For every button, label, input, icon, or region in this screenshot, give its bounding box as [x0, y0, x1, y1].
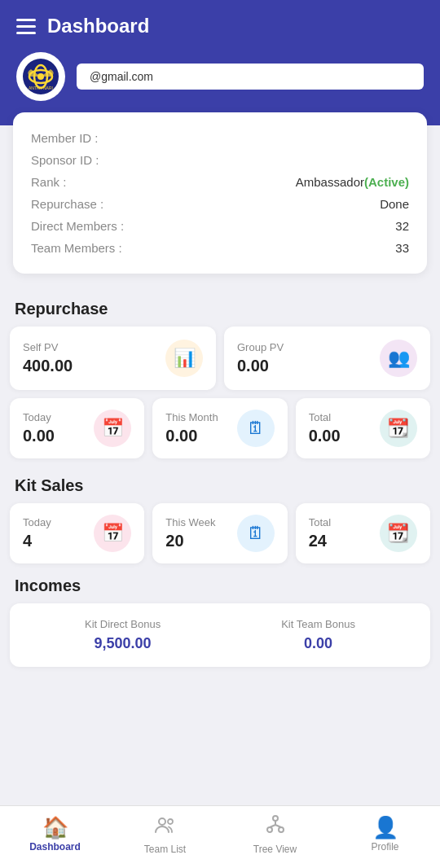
direct-members-row: Direct Members : 32 [31, 215, 409, 237]
kit-team-bonus-item: Kit Team Bonus 0.00 [281, 618, 355, 652]
repurchase-total-value: 0.00 [309, 427, 341, 445]
avatar: ANTAR NARI [16, 52, 65, 101]
rank-value: Ambassador(Active) [296, 175, 409, 189]
info-card: Member ID : Sponsor ID : Rank : Ambassad… [13, 112, 427, 274]
kit-today-value: 4 [23, 532, 51, 550]
svg-point-7 [273, 816, 278, 821]
kit-total-value: 24 [309, 532, 331, 550]
repurchase-row: Repurchase : Done [31, 193, 409, 215]
repurchase-today-label: Today [23, 411, 55, 423]
repurchase-today-card: Today 0.00 📅 [10, 398, 144, 458]
nav-dashboard-label: Dashboard [29, 841, 81, 853]
calendar-today-icon: 📅 [94, 410, 131, 447]
kit-total-card: Total 24 📆 [296, 503, 430, 563]
group-pv-card: Group PV 0.00 👥 [224, 327, 430, 390]
calendar-total-icon: 📆 [380, 410, 417, 447]
kit-week-icon: 🗓 [237, 515, 275, 552]
kit-week-card: This Week 20 🗓 [152, 503, 287, 563]
svg-line-11 [270, 825, 275, 827]
rank-row: Rank : Ambassador(Active) [31, 171, 409, 193]
direct-members-label: Direct Members : [31, 219, 124, 233]
group-pv-label: Group PV [237, 341, 284, 353]
kit-today-card: Today 4 📅 [10, 503, 144, 563]
svg-point-5 [159, 818, 165, 825]
repurchase-section: Self PV 400.00 📊 Group PV 0.00 👥 Today 0… [0, 327, 440, 458]
nav-dashboard[interactable]: 🏠 Dashboard [0, 817, 110, 853]
hamburger-menu[interactable] [16, 19, 36, 34]
self-pv-label: Self PV [23, 341, 73, 353]
sponsor-id-label: Sponsor ID : [31, 153, 99, 167]
kit-direct-bonus-label: Kit Direct Bonus [85, 618, 161, 630]
nav-tree-view-label: Tree View [253, 844, 297, 855]
kit-total-icon: 📆 [380, 515, 417, 552]
repurchase-month-label: This Month [165, 411, 218, 423]
chart-bar-icon: 📊 [165, 340, 203, 377]
repurchase-section-title: Repurchase [0, 287, 440, 327]
svg-point-9 [279, 827, 284, 832]
profile-icon: 👤 [372, 817, 398, 838]
team-members-row: Team Members : 33 [31, 237, 409, 259]
direct-members-value: 32 [395, 219, 409, 233]
repurchase-label: Repurchase : [31, 197, 103, 211]
kit-direct-bonus-value: 9,500.00 [85, 635, 161, 652]
nav-profile-label: Profile [371, 841, 398, 853]
svg-line-12 [275, 825, 281, 827]
bottom-nav: 🏠 Dashboard Team List Tree View [0, 805, 440, 868]
repurchase-total-label: Total [309, 411, 341, 423]
home-icon: 🏠 [42, 817, 68, 838]
header: Dashboard ANTAR NARI @gmail.com [0, 0, 440, 125]
sponsor-id-row: Sponsor ID : [31, 149, 409, 171]
repurchase-month-card: This Month 0.00 🗓 [152, 398, 287, 458]
group-icon: 👥 [380, 340, 417, 377]
svg-point-8 [267, 827, 272, 832]
kit-today-icon: 📅 [94, 515, 131, 552]
group-pv-value: 0.00 [237, 357, 284, 375]
user-row: ANTAR NARI @gmail.com [16, 52, 424, 101]
incomes-section-title: Incomes [0, 563, 440, 603]
member-id-label: Member ID : [31, 131, 99, 145]
kit-sales-section-title: Kit Sales [0, 463, 440, 503]
repurchase-today-value: 0.00 [23, 427, 55, 445]
repurchase-value: Done [380, 197, 409, 211]
nav-tree-view[interactable]: Tree View [220, 814, 330, 855]
kit-total-label: Total [309, 516, 331, 528]
svg-text:ANTAR NARI: ANTAR NARI [29, 85, 53, 90]
kit-team-bonus-value: 0.00 [281, 635, 355, 652]
nav-profile[interactable]: 👤 Profile [330, 817, 440, 853]
team-list-icon [154, 814, 177, 840]
kit-week-value: 20 [165, 532, 215, 550]
kit-today-label: Today [23, 516, 51, 528]
self-pv-value: 400.00 [23, 357, 73, 375]
user-email: @gmail.com [77, 64, 424, 90]
page-title: Dashboard [47, 15, 149, 37]
kit-team-bonus-label: Kit Team Bonus [281, 618, 355, 630]
calendar-month-icon: 🗓 [237, 410, 275, 447]
nav-team-list[interactable]: Team List [110, 814, 220, 855]
self-pv-card: Self PV 400.00 📊 [10, 327, 216, 390]
incomes-section: Kit Direct Bonus 9,500.00 Kit Team Bonus… [0, 603, 440, 667]
tree-view-icon [264, 814, 287, 840]
svg-point-6 [168, 819, 173, 824]
repurchase-total-card: Total 0.00 📆 [296, 398, 430, 458]
kit-direct-bonus-item: Kit Direct Bonus 9,500.00 [85, 618, 161, 652]
kit-week-label: This Week [165, 516, 215, 528]
rank-label: Rank : [31, 175, 66, 189]
nav-team-list-label: Team List [144, 844, 186, 855]
team-members-label: Team Members : [31, 241, 122, 255]
team-members-value: 33 [395, 241, 409, 255]
kit-sales-section: Today 4 📅 This Week 20 🗓 Total 24 📆 [0, 503, 440, 563]
incomes-card: Kit Direct Bonus 9,500.00 Kit Team Bonus… [10, 603, 430, 667]
member-id-row: Member ID : [31, 127, 409, 149]
repurchase-month-value: 0.00 [165, 427, 218, 445]
